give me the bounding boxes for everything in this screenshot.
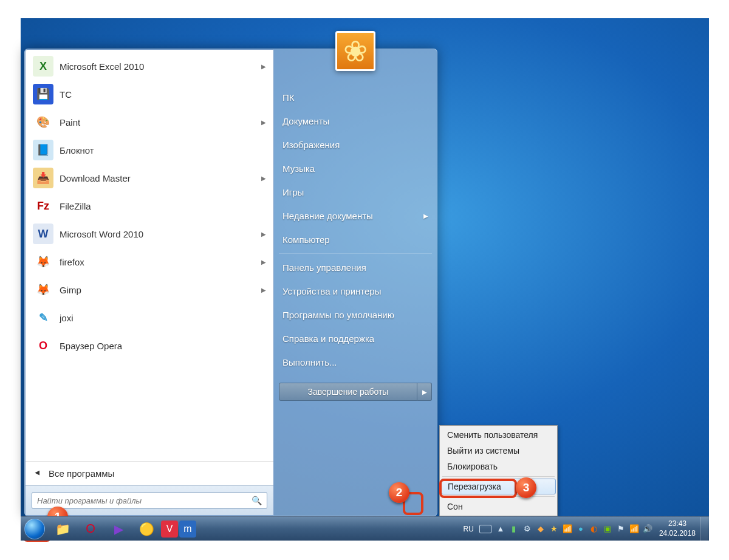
program-label: FileZilla — [60, 201, 266, 211]
tray-volume-icon[interactable]: 🔊 — [642, 524, 653, 534]
right-pane-label: Изображения — [282, 140, 340, 150]
program-label: joxi — [60, 313, 266, 323]
user-picture[interactable] — [335, 31, 375, 71]
taskbar-pin-maxthon[interactable]: m — [179, 521, 196, 538]
show-desktop-button[interactable] — [700, 517, 708, 541]
system-tray: RU ▲ ▮ ⚙ ◆ ★ 📶 ● ◐ ▣ ⚑ 📶 🔊 23:43 24.02.2… — [460, 517, 709, 541]
tray-gpu-icon[interactable]: ▣ — [602, 524, 613, 534]
program-item[interactable]: X Microsoft Excel 2010 ▶ — [28, 52, 271, 80]
taskbar-pin-vivaldi[interactable]: V — [161, 521, 178, 538]
tray-network-icon[interactable]: 📶 — [629, 524, 640, 534]
arrow-right-icon: ▶ — [35, 470, 39, 477]
submenu-item[interactable]: Сон — [441, 499, 556, 514]
program-label: TC — [60, 89, 266, 100]
tray-action-center-icon[interactable]: ⚑ — [615, 524, 626, 534]
taskbar-pin-opera[interactable]: O — [77, 518, 104, 540]
flyout-arrow-icon: ▶ — [423, 213, 428, 219]
program-icon: 📘 — [33, 140, 53, 160]
right-pane-item[interactable]: Музыка — [274, 157, 437, 180]
taskbar-pin-chrome[interactable]: 🟡 — [133, 518, 160, 540]
callout-2-badge: 2 — [389, 482, 409, 503]
right-pane-item[interactable]: Программы по умолчанию — [274, 303, 437, 327]
programs-list: X Microsoft Excel 2010 ▶💾 TC 🎨 Paint ▶📘 … — [26, 50, 273, 461]
shutdown-options-arrow[interactable]: ▶ — [417, 383, 432, 401]
shutdown-button[interactable]: Завершение работы — [279, 383, 417, 401]
program-icon: 🦊 — [33, 251, 53, 272]
right-pane-label: Игры — [282, 187, 304, 197]
tray-show-hidden-icon[interactable]: ▲ — [495, 524, 506, 534]
right-pane-item[interactable]: Документы — [274, 109, 437, 133]
start-menu-left-pane: X Microsoft Excel 2010 ▶💾 TC 🎨 Paint ▶📘 … — [25, 49, 274, 516]
right-pane-label: Справка и поддержка — [282, 333, 374, 344]
program-icon: O — [33, 335, 53, 356]
flyout-arrow-icon: ▶ — [261, 287, 266, 293]
submenu-item[interactable]: Выйти из системы — [441, 443, 556, 459]
tray-app-icon[interactable]: ● — [575, 524, 586, 534]
separator — [279, 253, 432, 254]
clock-time: 23:43 — [659, 519, 696, 529]
program-label: Microsoft Word 2010 — [60, 229, 261, 239]
right-pane-item[interactable]: Справка и поддержка — [274, 327, 437, 350]
keyboard-icon[interactable] — [479, 525, 491, 533]
right-pane-item[interactable]: Недавние документы▶ — [274, 204, 437, 228]
flyout-arrow-icon: ▶ — [261, 119, 266, 126]
program-label: Gimp — [60, 285, 261, 295]
search-box[interactable]: 🔍 — [32, 492, 267, 509]
program-icon: X — [33, 56, 53, 77]
search-input[interactable] — [37, 496, 252, 505]
program-icon: 🦊 — [33, 279, 53, 300]
program-icon: 🎨 — [33, 112, 53, 132]
callout-3-badge: 3 — [516, 477, 536, 498]
right-pane-item[interactable]: Устройства и принтеры — [274, 279, 437, 303]
right-pane-item[interactable]: ПК — [274, 86, 437, 109]
right-pane-label: Панель управления — [282, 262, 366, 273]
program-icon: ✎ — [33, 307, 53, 328]
right-pane-label: ПК — [282, 92, 295, 103]
program-item[interactable]: O Браузер Opera — [28, 332, 271, 360]
clock-date: 24.02.2018 — [659, 529, 696, 539]
all-programs-button[interactable]: ▶ Все программы — [26, 461, 273, 485]
right-pane-item[interactable]: Игры — [274, 180, 437, 204]
program-item[interactable]: 🦊 firefox ▶ — [28, 248, 271, 276]
right-pane-label: Выполнить... — [282, 357, 337, 367]
flyout-arrow-icon: ▶ — [261, 259, 266, 265]
shutdown-label: Завершение работы — [308, 387, 389, 397]
submenu-label: Блокировать — [447, 462, 498, 471]
submenu-item[interactable]: Сменить пользователя — [441, 427, 556, 443]
tray-app-icon[interactable]: ◆ — [535, 524, 546, 534]
start-button[interactable] — [21, 517, 49, 541]
program-item[interactable]: 🎨 Paint ▶ — [28, 108, 271, 136]
start-menu-right-pane: ПКДокументыИзображенияМузыкаИгрыНедавние… — [274, 49, 437, 516]
right-pane-item[interactable]: Компьютер — [274, 228, 437, 251]
program-icon: Fz — [33, 196, 53, 216]
taskbar-pin-explorer[interactable]: 📁 — [49, 518, 76, 540]
language-indicator[interactable]: RU — [460, 525, 477, 533]
program-item[interactable]: Fz FileZilla — [28, 192, 271, 220]
program-item[interactable]: 📥 Download Master ▶ — [28, 164, 271, 192]
desktop: X Microsoft Excel 2010 ▶💾 TC 🎨 Paint ▶📘 … — [21, 18, 709, 541]
clock[interactable]: 23:43 24.02.2018 — [654, 519, 700, 538]
submenu-label: Сон — [447, 502, 463, 511]
program-item[interactable]: W Microsoft Word 2010 ▶ — [28, 220, 271, 248]
submenu-item[interactable]: Блокировать — [441, 459, 556, 474]
right-pane-item[interactable]: Изображения — [274, 133, 437, 157]
right-pane-label: Музыка — [282, 163, 315, 174]
program-label: firefox — [60, 257, 261, 267]
program-item[interactable]: 💾 TC — [28, 80, 271, 108]
program-label: Браузер Opera — [60, 341, 266, 351]
right-pane-item[interactable]: Панель управления — [274, 256, 437, 279]
tray-app-icon[interactable]: ◐ — [589, 524, 600, 534]
program-item[interactable]: 🦊 Gimp ▶ — [28, 276, 271, 304]
program-item[interactable]: 📘 Блокнот — [28, 136, 271, 164]
flyout-arrow-icon: ▶ — [261, 231, 266, 237]
taskbar-pin-media[interactable]: ▶ — [105, 518, 132, 540]
tray-app-icon[interactable]: ★ — [549, 524, 560, 534]
tray-network-icon[interactable]: 📶 — [562, 524, 573, 534]
submenu-label: Сменить пользователя — [447, 430, 538, 440]
right-pane-label: Документы — [282, 116, 329, 126]
program-item[interactable]: ✎ joxi — [28, 304, 271, 332]
tray-app-icon[interactable]: ▮ — [508, 524, 519, 534]
tray-app-icon[interactable]: ⚙ — [522, 524, 533, 534]
right-pane-item[interactable]: Выполнить... — [274, 350, 437, 374]
right-pane-label: Недавние документы — [282, 211, 373, 221]
